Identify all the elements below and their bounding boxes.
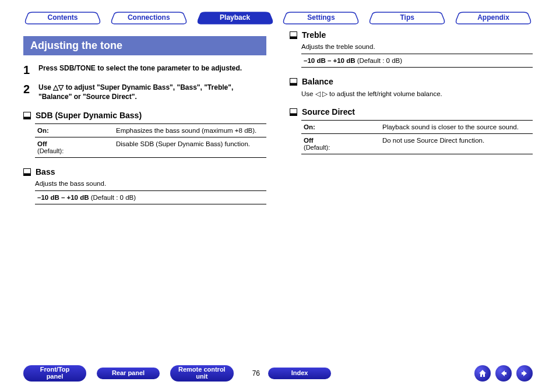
step-2: 2 Use △▽ to adjust "Super Dynamic Bass",…: [23, 83, 266, 101]
page-number: 76: [252, 369, 260, 377]
option-value: Playback sound is closer to the source s…: [380, 121, 533, 134]
section-title: SDB (Super Dynamic Bass): [36, 111, 142, 120]
square-icon: [23, 112, 31, 119]
home-button[interactable]: [474, 365, 491, 382]
page-title: Adjusting the tone: [23, 36, 266, 55]
svg-rect-9: [290, 113, 297, 115]
range-rest: (Default : 0 dB): [356, 57, 403, 64]
section-title: Treble: [302, 30, 326, 40]
bass-description: Adjusts the bass sound.: [35, 180, 266, 187]
table-row: On: Emphasizes the bass sound (maximum +…: [35, 124, 266, 137]
page-body: Adjusting the tone 1 Press SDB/TONE to s…: [0, 30, 556, 204]
svg-rect-7: [290, 83, 297, 85]
range-bold: –10 dB – +10 dB: [304, 57, 356, 64]
front-top-panel-button[interactable]: Front/Toppanel: [23, 365, 86, 381]
prev-page-button[interactable]: [495, 365, 512, 382]
section-treble-heading: Treble: [290, 30, 533, 40]
treble-description: Adjusts the treble sound.: [301, 43, 533, 50]
option-label: On:: [304, 123, 315, 130]
table-row: On: Playback sound is closer to the sour…: [301, 121, 533, 134]
table-row: Off (Default): Do not use Source Direct …: [301, 134, 533, 154]
arrow-right-icon: [520, 369, 529, 378]
source-direct-options-table: On: Playback sound is closer to the sour…: [301, 120, 533, 154]
section-title: Balance: [302, 77, 333, 86]
option-label: Off: [37, 140, 47, 147]
tab-playback[interactable]: Playback: [196, 12, 275, 24]
top-nav: ContentsConnectionsPlaybackSettingsTipsA…: [0, 0, 556, 30]
svg-rect-5: [290, 36, 297, 38]
section-sdb-heading: SDB (Super Dynamic Bass): [23, 111, 266, 120]
section-title: Source Direct: [302, 107, 355, 116]
square-icon: [23, 168, 31, 176]
range-bold: –10 dB – +10 dB: [37, 194, 89, 201]
range-rest: (Default : 0 dB): [89, 194, 136, 201]
tab-appendix[interactable]: Appendix: [454, 12, 533, 24]
footer-nav: Front/Toppanel Rear panel Remote control…: [0, 365, 556, 382]
step-number: 1: [23, 63, 38, 77]
svg-rect-3: [24, 173, 31, 175]
balance-description: Use ◁ ▷ to adjust the left/right volume …: [301, 90, 533, 98]
square-icon: [290, 78, 297, 86]
next-page-button[interactable]: [516, 365, 533, 382]
section-balance-heading: Balance: [290, 77, 533, 86]
option-value: Disable SDB (Super Dynamic Bass) functio…: [114, 137, 266, 158]
bass-range: –10 dB – +10 dB (Default : 0 dB): [35, 190, 266, 204]
remote-control-unit-button[interactable]: Remote controlunit: [170, 365, 234, 381]
rear-panel-button[interactable]: Rear panel: [97, 368, 160, 379]
section-title: Bass: [36, 167, 55, 176]
tab-connections[interactable]: Connections: [110, 12, 188, 24]
option-sublabel: (Default):: [304, 144, 330, 151]
step-text: Press SDB/TONE to select the tone parame…: [38, 63, 266, 77]
sdb-options-table: On: Emphasizes the bass sound (maximum +…: [35, 123, 266, 158]
svg-rect-1: [24, 116, 31, 119]
step-text: Use △▽ to adjust "Super Dynamic Bass", "…: [38, 83, 266, 101]
option-sublabel: (Default):: [37, 147, 64, 154]
step-number: 2: [23, 83, 38, 101]
right-column: Treble Adjusts the treble sound. –10 dB …: [290, 30, 533, 204]
treble-range: –10 dB – +10 dB (Default : 0 dB): [301, 54, 533, 68]
square-icon: [290, 108, 297, 116]
tab-tips[interactable]: Tips: [368, 12, 446, 24]
arrow-left-icon: [499, 369, 508, 378]
table-row: Off (Default): Disable SDB (Super Dynami…: [35, 137, 266, 158]
option-value: Do not use Source Direct function.: [380, 134, 533, 154]
index-button[interactable]: Index: [268, 368, 331, 379]
step-1: 1 Press SDB/TONE to select the tone para…: [23, 63, 266, 77]
option-label: On:: [37, 127, 49, 134]
option-value: Emphasizes the bass sound (maximum +8 dB…: [114, 124, 266, 137]
square-icon: [290, 31, 297, 39]
section-bass-heading: Bass: [23, 167, 266, 176]
section-source-direct-heading: Source Direct: [290, 107, 533, 116]
left-column: Adjusting the tone 1 Press SDB/TONE to s…: [23, 30, 266, 204]
home-icon: [478, 369, 487, 378]
option-label: Off: [304, 137, 314, 144]
tab-settings[interactable]: Settings: [281, 12, 360, 24]
tab-contents[interactable]: Contents: [23, 12, 102, 24]
